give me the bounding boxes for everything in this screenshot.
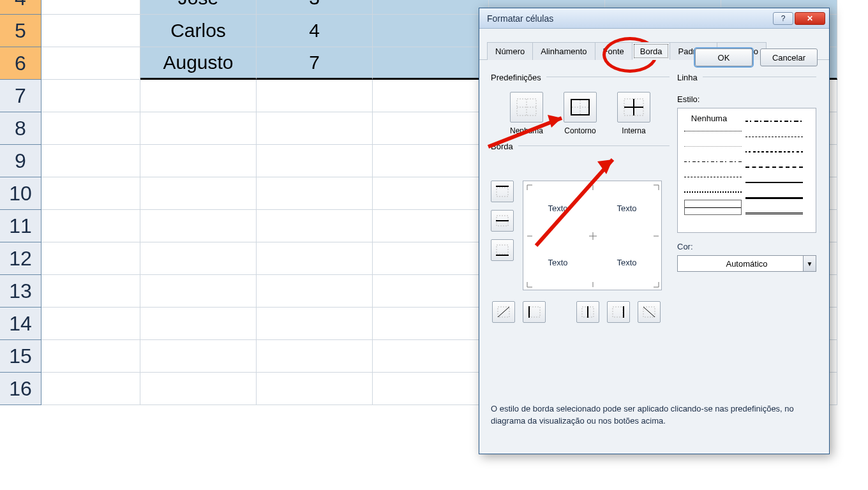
cell[interactable] bbox=[373, 373, 489, 405]
line-group-label: Linha bbox=[677, 73, 703, 82]
border-vmid-button[interactable] bbox=[576, 301, 599, 323]
border-right-button[interactable] bbox=[607, 301, 630, 323]
cell[interactable] bbox=[140, 373, 257, 405]
cell[interactable] bbox=[257, 373, 373, 405]
row-header[interactable]: 13 bbox=[0, 275, 41, 308]
cell[interactable] bbox=[140, 340, 257, 373]
cell[interactable] bbox=[41, 242, 140, 275]
row-header[interactable]: 7 bbox=[0, 80, 41, 112]
cell[interactable]: 4 bbox=[257, 15, 373, 47]
cell[interactable] bbox=[257, 308, 373, 340]
svg-rect-23 bbox=[530, 307, 540, 317]
cell[interactable]: 3 bbox=[257, 0, 373, 15]
border-preview[interactable]: Texto Texto Texto Texto bbox=[523, 181, 662, 290]
cell[interactable] bbox=[41, 210, 140, 242]
preset-outline-button[interactable] bbox=[564, 92, 597, 122]
border-diag-down-button[interactable] bbox=[638, 301, 661, 323]
cell[interactable]: Jose bbox=[140, 0, 257, 15]
style-none[interactable]: Nenhuma bbox=[684, 114, 734, 123]
title-bar[interactable]: Formatar células ? ✕ bbox=[479, 8, 829, 29]
cell[interactable] bbox=[373, 145, 489, 177]
cell[interactable] bbox=[257, 242, 373, 275]
cell[interactable] bbox=[140, 177, 257, 210]
preview-text: Texto bbox=[523, 235, 592, 290]
chevron-down-icon[interactable]: ▼ bbox=[803, 256, 816, 271]
cell[interactable] bbox=[257, 275, 373, 308]
cell[interactable] bbox=[257, 112, 373, 145]
cell[interactable] bbox=[41, 340, 140, 373]
cell[interactable] bbox=[41, 177, 140, 210]
cell[interactable] bbox=[257, 210, 373, 242]
cell[interactable] bbox=[41, 373, 140, 405]
cell[interactable] bbox=[257, 145, 373, 177]
row-header[interactable]: 10 bbox=[0, 177, 41, 210]
cell[interactable] bbox=[140, 80, 257, 112]
cell[interactable] bbox=[373, 47, 489, 80]
tab-numero[interactable]: Número bbox=[487, 42, 533, 60]
row-header[interactable]: 8 bbox=[0, 112, 41, 145]
row-header[interactable]: 16 bbox=[0, 373, 41, 405]
row-header[interactable]: 11 bbox=[0, 210, 41, 242]
cell[interactable] bbox=[257, 177, 373, 210]
border-diag-up-button[interactable] bbox=[492, 301, 515, 323]
cell[interactable] bbox=[257, 80, 373, 112]
preset-inside-button[interactable] bbox=[617, 92, 650, 122]
cell[interactable] bbox=[41, 47, 140, 80]
preview-text: Texto bbox=[592, 235, 661, 290]
preview-text: Texto bbox=[592, 181, 661, 235]
cell[interactable] bbox=[373, 308, 489, 340]
cell[interactable] bbox=[373, 340, 489, 373]
cell[interactable] bbox=[373, 112, 489, 145]
ok-button[interactable]: OK bbox=[695, 48, 752, 66]
cell[interactable] bbox=[41, 15, 140, 47]
cancel-button[interactable]: Cancelar bbox=[760, 48, 818, 66]
cell[interactable] bbox=[373, 80, 489, 112]
cell[interactable] bbox=[140, 308, 257, 340]
cell[interactable] bbox=[41, 112, 140, 145]
row-header[interactable]: 9 bbox=[0, 145, 41, 177]
cell[interactable] bbox=[140, 112, 257, 145]
row-header[interactable]: 15 bbox=[0, 340, 41, 373]
cell[interactable] bbox=[140, 145, 257, 177]
cell[interactable] bbox=[373, 275, 489, 308]
cell[interactable] bbox=[257, 340, 373, 373]
cell[interactable]: 7 bbox=[257, 47, 373, 80]
cell[interactable] bbox=[41, 0, 140, 15]
cell[interactable] bbox=[140, 275, 257, 308]
dialog-body: Predefinições Nenhuma Contorno bbox=[479, 60, 829, 75]
preset-outline-label: Contorno bbox=[561, 126, 599, 135]
border-bottom-button[interactable] bbox=[491, 239, 514, 261]
border-left-button[interactable] bbox=[523, 301, 546, 323]
cell[interactable] bbox=[373, 15, 489, 47]
border-top-button[interactable] bbox=[491, 181, 514, 202]
tab-borda[interactable]: Borda bbox=[632, 42, 671, 60]
format-cells-dialog: Formatar células ? ✕ Número Alinhamento … bbox=[479, 8, 830, 454]
border-hmid-button[interactable] bbox=[491, 210, 514, 232]
cell[interactable] bbox=[373, 0, 489, 15]
preset-none-button[interactable] bbox=[510, 92, 543, 122]
svg-rect-13 bbox=[497, 245, 508, 254]
cell[interactable] bbox=[41, 308, 140, 340]
row-header[interactable]: 5 bbox=[0, 15, 41, 47]
cell[interactable] bbox=[373, 242, 489, 275]
help-button[interactable]: ? bbox=[773, 12, 793, 25]
cell[interactable]: Augusto bbox=[140, 47, 257, 80]
row-header[interactable]: 6 bbox=[0, 47, 41, 80]
cell[interactable] bbox=[373, 177, 489, 210]
row-header[interactable]: 14 bbox=[0, 308, 41, 340]
close-button[interactable]: ✕ bbox=[795, 12, 825, 25]
cell[interactable] bbox=[140, 242, 257, 275]
cell[interactable] bbox=[41, 145, 140, 177]
cell[interactable] bbox=[140, 210, 257, 242]
line-style-list[interactable]: Nenhuma bbox=[677, 108, 816, 233]
row-header[interactable]: 12 bbox=[0, 242, 41, 275]
cell[interactable]: Carlos bbox=[140, 15, 257, 47]
tab-fonte[interactable]: Fonte bbox=[595, 42, 632, 60]
tab-alinhamento[interactable]: Alinhamento bbox=[532, 42, 595, 60]
cell[interactable] bbox=[41, 275, 140, 308]
style-label: Estilo: bbox=[677, 94, 816, 104]
row-header[interactable]: 4 bbox=[0, 0, 41, 15]
cell[interactable] bbox=[373, 210, 489, 242]
color-dropdown[interactable]: Automático ▼ bbox=[677, 255, 816, 272]
cell[interactable] bbox=[41, 80, 140, 112]
